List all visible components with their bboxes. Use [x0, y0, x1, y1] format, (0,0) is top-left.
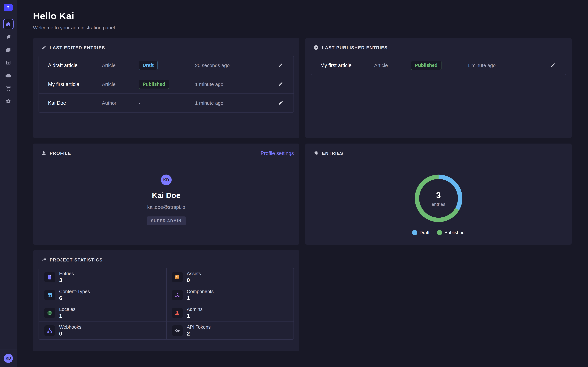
trend-up-icon	[41, 257, 46, 263]
stat-entries: Entries 3	[39, 268, 166, 286]
sidebar-divider-top	[0, 15, 17, 15]
status-badge: Draft	[139, 61, 158, 70]
key-icon	[172, 325, 183, 336]
stat-label: Assets	[187, 271, 201, 276]
sidebar-divider-bottom	[0, 350, 17, 350]
sidebar: KD	[0, 0, 17, 367]
stat-api-tokens: API Tokens 2	[166, 322, 294, 339]
stat-label: Content-Types	[59, 289, 90, 294]
stat-label: Entries	[59, 271, 74, 276]
stat-label: Components	[187, 289, 214, 294]
profile-card: PROFILE Profile settings KD Kai Doe kai.…	[33, 143, 299, 245]
edit-entry-button[interactable]	[277, 100, 284, 107]
card-title: ENTRIES	[322, 151, 343, 156]
table-row[interactable]: My first article Article Published 1 min…	[311, 56, 566, 75]
avatar: KD	[161, 175, 172, 185]
sidebar-item-content-manager[interactable]	[3, 32, 14, 42]
sidebar-item-settings[interactable]	[3, 96, 14, 107]
puzzle-piece-icon	[313, 150, 319, 156]
project-statistics-card: PROJECT STATISTICS Entries 3	[33, 250, 299, 351]
strapi-logo[interactable]	[4, 4, 13, 11]
edit-entry-button[interactable]	[277, 81, 284, 88]
spinner-icon	[172, 290, 183, 300]
main-content: Hello Kai Welcome to your administration…	[17, 0, 588, 367]
entry-type: Article	[374, 63, 411, 68]
check-circle-icon	[313, 45, 319, 51]
stat-value: 1	[187, 313, 203, 319]
stat-label: API Tokens	[187, 325, 211, 330]
legend-label: Draft	[420, 230, 430, 235]
entry-time: 1 minute ago	[467, 63, 537, 68]
entry-type: Article	[102, 63, 139, 68]
published-swatch	[437, 230, 442, 235]
entry-time: 20 seconds ago	[195, 63, 265, 68]
cloud-icon	[6, 73, 11, 79]
stat-value: 3	[59, 277, 74, 283]
stat-value: 1	[187, 295, 214, 301]
card-title: LAST EDITED ENTRIES	[50, 45, 105, 50]
chart-legend: Draft Published	[311, 230, 566, 235]
layout-icon	[6, 60, 11, 66]
entries-unit: entries	[432, 202, 445, 207]
sidebar-item-home[interactable]	[3, 19, 14, 29]
stat-content-types: Content-Types 6	[39, 286, 166, 304]
stat-assets: Assets 0	[166, 268, 294, 286]
person-icon	[41, 150, 46, 156]
pencil-icon	[278, 82, 283, 87]
card-title: LAST PUBLISHED ENTRIES	[322, 45, 388, 50]
card-title: PROFILE	[50, 151, 71, 156]
stat-label: Admins	[187, 307, 203, 312]
feather-icon	[6, 34, 11, 40]
user-icon	[172, 308, 183, 318]
entry-name: My first article	[48, 81, 102, 87]
pencil-icon	[551, 63, 555, 68]
entry-type: Author	[102, 100, 139, 106]
card-title: PROJECT STATISTICS	[50, 258, 103, 263]
sidebar-item-content-type-builder[interactable]	[3, 58, 14, 68]
entry-time: 1 minute ago	[195, 82, 265, 87]
table-row[interactable]: My first article Article Published 1 min…	[39, 75, 294, 93]
page-title: Hello Kai	[33, 10, 572, 21]
user-avatar[interactable]: KD	[4, 354, 13, 363]
legend-item-published: Published	[437, 230, 465, 235]
entries-widget-card: ENTRIES 3 entries Draft P	[305, 143, 572, 245]
stat-admins: Admins 1	[166, 304, 294, 322]
edit-entry-button[interactable]	[277, 62, 284, 69]
profile-email: kai.doe@strapi.io	[39, 204, 294, 210]
edit-entry-button[interactable]	[549, 62, 557, 69]
status-badge: Published	[411, 61, 441, 70]
entry-name: Kai Doe	[48, 100, 102, 106]
pencil-icon	[278, 63, 283, 68]
sidebar-item-deploy[interactable]	[3, 70, 14, 81]
status-empty: -	[139, 100, 195, 106]
table-row[interactable]: A draft article Article Draft 20 seconds…	[39, 56, 294, 75]
globe-icon	[44, 308, 55, 318]
last-published-table: My first article Article Published 1 min…	[311, 56, 566, 75]
stat-locales: Locales 1	[39, 304, 166, 322]
legend-item-draft: Draft	[412, 230, 430, 235]
entries-count: 3	[436, 190, 441, 200]
stat-value: 1	[59, 313, 76, 319]
profile-settings-link[interactable]: Profile settings	[261, 150, 294, 156]
stat-label: Locales	[59, 307, 76, 312]
entry-name: My first article	[320, 62, 374, 68]
stat-webhooks: Webhooks 0	[39, 322, 166, 339]
sidebar-item-media-library[interactable]	[3, 45, 14, 55]
sidebar-item-marketplace[interactable]	[3, 83, 14, 94]
strapi-logo-icon	[6, 5, 11, 10]
pencil-icon	[278, 100, 283, 106]
cart-icon	[6, 86, 11, 92]
image-icon	[172, 272, 183, 282]
gear-icon	[6, 99, 11, 105]
last-edited-table: A draft article Article Draft 20 seconds…	[39, 56, 294, 113]
table-row[interactable]: Kai Doe Author - 1 minute ago	[39, 93, 294, 112]
photos-icon	[6, 47, 11, 53]
webhook-icon	[44, 325, 55, 336]
stat-value: 2	[187, 330, 211, 337]
stat-label: Webhooks	[59, 325, 81, 330]
home-icon	[6, 21, 11, 27]
last-published-entries-card: LAST PUBLISHED ENTRIES My first article …	[305, 38, 572, 138]
role-badge: SUPER ADMIN	[147, 217, 186, 225]
status-badge: Published	[139, 80, 169, 89]
draft-swatch	[412, 230, 417, 235]
